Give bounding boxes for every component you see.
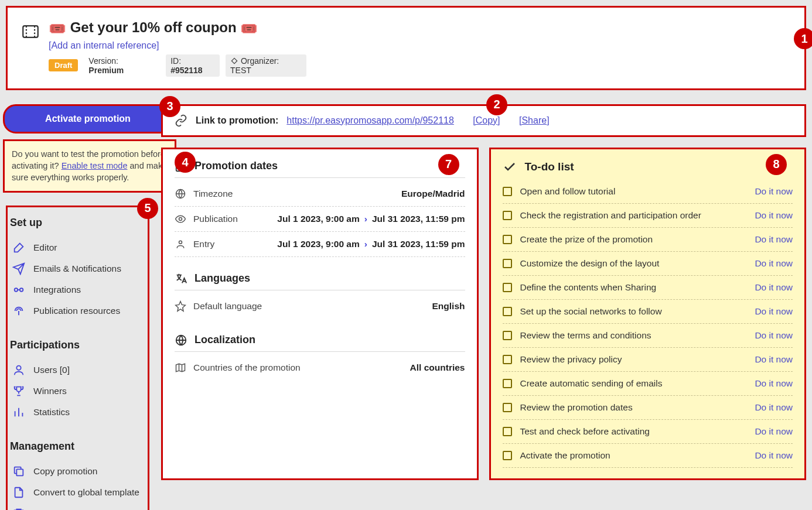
sidebar-item-publication[interactable]: Publication resources xyxy=(10,300,145,321)
copy-link-button[interactable]: [Copy] xyxy=(473,115,500,126)
checkbox-icon[interactable] xyxy=(503,283,512,292)
checkbox-icon[interactable] xyxy=(503,211,512,220)
callout-badge-5: 5 xyxy=(137,198,158,219)
sidebar-item-label: Users [0] xyxy=(33,365,70,375)
svg-rect-4 xyxy=(16,469,23,475)
ticket-emoji-left: 🎟️ xyxy=(49,20,66,37)
callout-badge-1: 1 xyxy=(794,28,812,49)
todo-label: Set up the social networks to follow xyxy=(520,306,747,317)
sidebar-item-label: Emails & Notifications xyxy=(33,263,121,274)
todo-label: Review the privacy policy xyxy=(520,354,747,365)
organizer-badge: Organizer: TEST xyxy=(226,54,306,77)
user-icon xyxy=(175,238,186,250)
todo-item: Review the privacy policyDo it now xyxy=(503,348,793,372)
pencil-icon xyxy=(12,241,25,254)
globe-icon xyxy=(175,334,187,347)
sidebar-item-label: Publication resources xyxy=(33,306,120,316)
sidebar-item-winners[interactable]: Winners xyxy=(10,381,145,402)
sidebar-item-integrations[interactable]: Integrations xyxy=(10,279,145,300)
do-it-now-link[interactable]: Do it now xyxy=(755,234,793,245)
do-it-now-link[interactable]: Do it now xyxy=(755,258,793,269)
callout-badge-3: 3 xyxy=(159,96,180,117)
checkbox-icon[interactable] xyxy=(503,187,512,196)
test-mode-callout: Do you want to test the promotion before… xyxy=(3,139,176,193)
sidebar-item-label: Copy promotion xyxy=(33,466,97,477)
checkbox-icon[interactable] xyxy=(503,451,512,460)
checkbox-icon[interactable] xyxy=(503,403,512,412)
sidebar-item-emails[interactable]: Emails & Notifications xyxy=(10,258,145,279)
activate-promotion-button[interactable]: Activate promotion xyxy=(3,104,173,134)
add-internal-reference-link[interactable]: [Add an internal reference] xyxy=(49,40,306,51)
ticket-emoji-right: 🎟️ xyxy=(240,20,258,37)
star-icon xyxy=(175,300,186,312)
checkbox-icon[interactable] xyxy=(503,259,512,268)
do-it-now-link[interactable]: Do it now xyxy=(755,210,793,221)
todo-card: 8 To-do list Open and follow tutorialDo … xyxy=(489,148,807,480)
sidebar-item-label: Statistics xyxy=(33,407,70,417)
checkbox-icon[interactable] xyxy=(503,355,512,364)
enable-test-mode-link[interactable]: Enable test mode xyxy=(62,161,128,170)
svg-point-3 xyxy=(16,365,21,369)
copy-icon xyxy=(12,465,25,478)
sidebar-item-editor[interactable]: Editor xyxy=(10,237,145,258)
do-it-now-link[interactable]: Do it now xyxy=(755,402,793,413)
do-it-now-link[interactable]: Do it now xyxy=(755,282,793,293)
do-it-now-link[interactable]: Do it now xyxy=(755,378,793,389)
sidebar-item-statistics[interactable]: Statistics xyxy=(10,402,145,423)
do-it-now-link[interactable]: Do it now xyxy=(755,186,793,197)
map-icon xyxy=(175,362,186,374)
checkmark-icon xyxy=(503,160,517,174)
timezone-row[interactable]: Timezone Europe/Madrid xyxy=(175,182,465,207)
promotion-info-card: 7 Promotion dates Timezone Europe/Madrid… xyxy=(161,148,479,480)
eye-icon xyxy=(175,213,186,225)
draft-badge: Draft xyxy=(49,59,78,71)
svg-point-2 xyxy=(20,288,23,292)
checkbox-icon[interactable] xyxy=(503,379,512,388)
checkbox-icon[interactable] xyxy=(503,235,512,244)
document-icon xyxy=(12,486,25,499)
header-card: 🎟️ Get your 10% off coupon 🎟️ [Add an in… xyxy=(6,6,806,90)
do-it-now-link[interactable]: Do it now xyxy=(755,450,793,461)
checkbox-icon[interactable] xyxy=(503,427,512,436)
do-it-now-link[interactable]: Do it now xyxy=(755,306,793,317)
sidebar-item-label: Delete xyxy=(33,508,60,510)
publication-row[interactable]: Publication Jul 1 2023, 9:00 am › Jul 31… xyxy=(175,207,465,232)
language-icon xyxy=(175,272,187,285)
sidebar-item-copy[interactable]: Copy promotion xyxy=(10,461,145,482)
share-link-button[interactable]: [Share] xyxy=(519,115,550,126)
sidebar-section-participations: Participations xyxy=(10,339,145,351)
todo-label: Create automatic sending of emails xyxy=(520,378,747,389)
trash-icon xyxy=(12,507,25,510)
sidebar-item-delete[interactable]: Delete xyxy=(10,503,145,510)
sidebar-section-setup: Set up xyxy=(10,217,145,229)
do-it-now-link[interactable]: Do it now xyxy=(755,330,793,341)
todo-item: Review the promotion datesDo it now xyxy=(503,396,793,420)
link-label: Link to promotion: xyxy=(196,115,278,126)
entry-row[interactable]: Entry Jul 1 2023, 9:00 am › Jul 31 2023,… xyxy=(175,232,465,257)
send-icon xyxy=(12,262,25,275)
do-it-now-link[interactable]: Do it now xyxy=(755,426,793,437)
sidebar-section-management: Management xyxy=(10,440,145,453)
todo-label: Create the prize of the promotion xyxy=(520,234,747,245)
checkbox-icon[interactable] xyxy=(503,331,512,340)
svg-point-1 xyxy=(15,288,18,292)
default-language-row[interactable]: Default language English xyxy=(175,294,465,319)
do-it-now-link[interactable]: Do it now xyxy=(755,354,793,365)
page-title: 🎟️ Get your 10% off coupon 🎟️ xyxy=(49,19,306,37)
todo-label: Test and check before activating xyxy=(520,426,747,437)
coupon-icon xyxy=(21,22,40,42)
todo-label: Review the promotion dates xyxy=(520,402,747,413)
sidebar-item-convert[interactable]: Convert to global template xyxy=(10,482,145,503)
sidebar-item-label: Winners xyxy=(33,386,67,396)
todo-item: Create the prize of the promotionDo it n… xyxy=(503,228,793,252)
checkbox-icon[interactable] xyxy=(503,307,512,316)
todo-label: Open and follow tutorial xyxy=(520,186,747,197)
sidebar-sections-box: 5 Set up Editor Emails & Notifications I… xyxy=(6,206,149,510)
countries-row[interactable]: Countries of the promotion All countries xyxy=(175,355,465,380)
sidebar-item-users[interactable]: Users [0] xyxy=(10,360,145,381)
sidebar-item-label: Integrations xyxy=(33,285,81,295)
sidebar-item-label: Convert to global template xyxy=(33,487,139,498)
todo-label: Review the terms and conditions xyxy=(520,330,747,341)
link-icon xyxy=(175,114,187,127)
promotion-url-link[interactable]: https://pr.easypromosapp.com/p/952118 xyxy=(286,115,454,126)
